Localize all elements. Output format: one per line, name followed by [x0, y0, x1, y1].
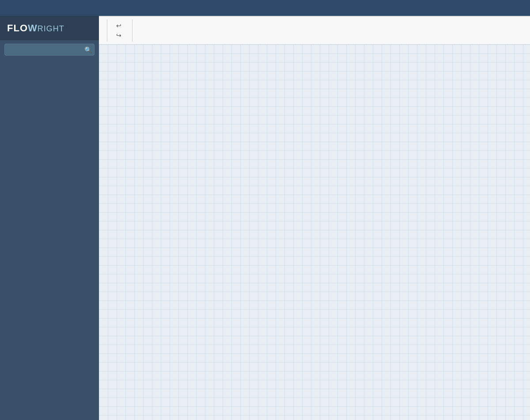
search-icon: 🔍 [84, 46, 92, 53]
redo-button[interactable]: ↪ [114, 31, 126, 40]
main-layout: FLOWRIGHT 🔍 ↩ [0, 16, 530, 420]
toolbar-separator-2 [132, 19, 132, 41]
canvas-area[interactable] [99, 45, 530, 420]
workflow-arrows [99, 45, 530, 420]
toolbar-separator-1 [107, 19, 107, 41]
toolbar: ↩ ↪ [99, 17, 530, 45]
search-box[interactable]: 🔍 [0, 40, 99, 59]
undo-button[interactable]: ↩ [114, 21, 126, 30]
app-header [0, 0, 530, 16]
undo-icon: ↩ [116, 22, 121, 29]
sidebar: FLOWRIGHT 🔍 [0, 16, 99, 420]
undo-redo-group: ↩ ↪ [111, 19, 129, 41]
logo: FLOWRIGHT [7, 22, 64, 34]
search-input[interactable] [4, 44, 95, 56]
redo-icon: ↪ [116, 32, 121, 39]
content-area: ↩ ↪ [99, 16, 530, 420]
canvas-inner [99, 45, 530, 420]
sidebar-logo: FLOWRIGHT [0, 16, 99, 40]
